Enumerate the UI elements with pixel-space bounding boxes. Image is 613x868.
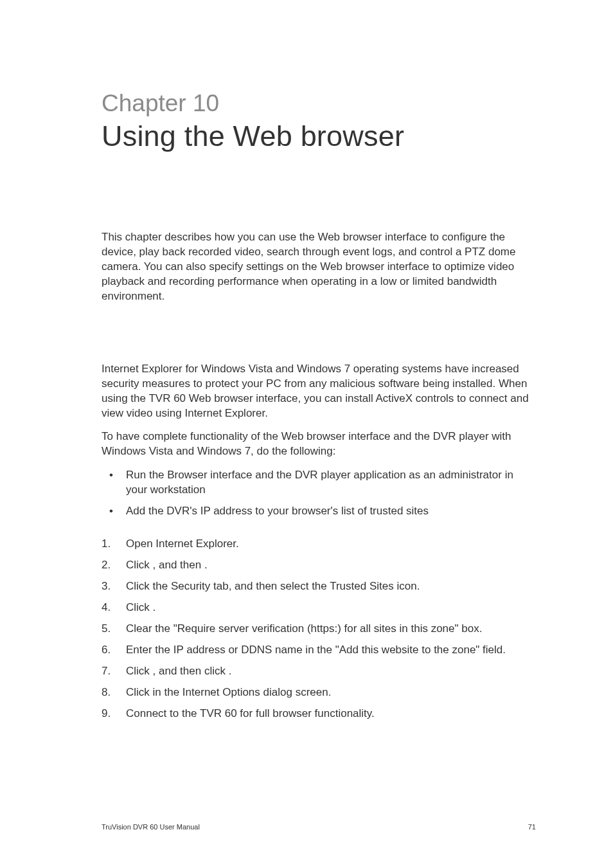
ordered-steps: Open Internet Explorer. Click , and then… <box>102 537 536 721</box>
bullet-list: Run the Browser interface and the DVR pl… <box>102 468 536 519</box>
list-item: Run the Browser interface and the DVR pl… <box>102 468 536 498</box>
list-item: Click the Security tab, and then select … <box>102 579 536 594</box>
list-item: Enter the IP address or DDNS name in the… <box>102 643 536 658</box>
intro-paragraph: This chapter describes how you can use t… <box>102 230 536 304</box>
page-content: Chapter 10 Using the Web browser This ch… <box>0 0 613 721</box>
list-item: Open Internet Explorer. <box>102 537 536 552</box>
footer-page-number: 71 <box>528 823 536 831</box>
page-footer: TruVision DVR 60 User Manual 71 <box>102 823 536 831</box>
list-item: Add the DVR's IP address to your browser… <box>102 504 536 519</box>
list-item: Click , and then click . <box>102 664 536 679</box>
list-item: Click , and then . <box>102 558 536 573</box>
chapter-title: Using the Web browser <box>102 120 536 153</box>
footer-left: TruVision DVR 60 User Manual <box>102 823 200 831</box>
body-paragraph-2: To have complete functionality of the We… <box>102 429 536 459</box>
list-item: Click in the Internet Options dialog scr… <box>102 685 536 700</box>
list-item: Clear the "Require server verification (… <box>102 622 536 637</box>
list-item: Connect to the TVR 60 for full browser f… <box>102 707 536 721</box>
list-item: Click . <box>102 601 536 615</box>
chapter-number: Chapter 10 <box>102 90 536 117</box>
body-paragraph-1: Internet Explorer for Windows Vista and … <box>102 362 536 421</box>
